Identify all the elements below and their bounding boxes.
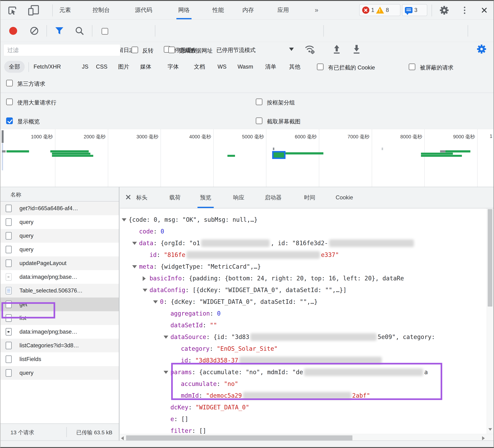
device-toolbar-icon[interactable] <box>28 5 39 16</box>
close-detail-icon[interactable] <box>125 194 132 200</box>
gridline <box>161 129 161 187</box>
gridline <box>213 129 214 187</box>
inspect-element-icon[interactable] <box>7 6 17 15</box>
blocked-requests-checkbox[interactable] <box>409 63 415 70</box>
option-checkbox-1[interactable] <box>256 99 262 105</box>
export-har-icon[interactable] <box>352 44 361 54</box>
panel-tab-5[interactable]: 性能 <box>212 1 224 19</box>
type-chip-[interactable]: 清单 <box>265 61 276 73</box>
request-row-get[interactable]: get <box>0 298 119 311</box>
message-icon <box>405 7 412 13</box>
issues-badge[interactable]: 1 8 <box>359 4 400 16</box>
type-chip-js[interactable]: JS <box>82 61 88 73</box>
timeline-overview[interactable]: 1000 毫秒2000 毫秒3000 毫秒4000 毫秒5000 毫秒6000 … <box>0 129 494 187</box>
request-row-query[interactable]: query <box>0 215 119 229</box>
type-chip-[interactable]: 全部 <box>4 61 25 73</box>
panel-tab-4[interactable]: 网络 <box>178 1 190 19</box>
type-chip-css[interactable]: CSS <box>96 61 108 73</box>
detail-tab-3[interactable]: 预览 <box>200 187 211 208</box>
search-icon[interactable] <box>75 26 84 36</box>
request-row-dataimagepngbase[interactable]: data:image/png;base… <box>0 270 119 284</box>
request-row-updatePageLayout[interactable]: updatePageLayout <box>0 256 119 270</box>
throttling-select[interactable]: 已停用节流模式 <box>216 46 256 54</box>
panel-tab-3[interactable]: 源代码 <box>135 1 152 19</box>
throttling-dropdown-icon[interactable] <box>289 48 294 51</box>
option-checkbox-0[interactable] <box>6 99 13 105</box>
scroll-left-icon[interactable] <box>121 436 124 440</box>
expand-arrow-down-icon[interactable] <box>164 336 168 339</box>
panel-tab-7[interactable]: 应用 <box>277 1 289 19</box>
scroll-down-icon[interactable] <box>488 428 492 431</box>
clear-icon[interactable] <box>30 27 38 35</box>
type-chip-[interactable]: 字体 <box>168 61 179 73</box>
option-checkbox-3[interactable] <box>256 117 262 124</box>
expand-arrow-right-icon[interactable] <box>143 276 146 281</box>
third-party-checkbox[interactable] <box>6 80 13 87</box>
detail-tab-6[interactable]: 时间 <box>304 187 315 208</box>
overview-request-bar <box>421 153 453 155</box>
request-row-getid665a6486af4[interactable]: get?id=665a6486-af4… <box>0 201 119 215</box>
request-row-Table_selected506376[interactable]: Table_selected.506376… <box>0 284 119 298</box>
redacted-blur <box>304 368 423 376</box>
detail-tab-4[interactable]: 响应 <box>233 187 244 208</box>
panel-tab-6[interactable]: 内存 <box>242 1 254 19</box>
preserve-log-checkbox[interactable] <box>101 28 108 35</box>
detail-tab-5[interactable]: 启动器 <box>265 187 282 208</box>
name-column-header[interactable]: 名称 <box>0 187 119 201</box>
name-column-label: 名称 <box>11 191 21 199</box>
network-conditions-icon[interactable] <box>304 44 315 54</box>
expand-arrow-down-icon[interactable] <box>122 218 126 221</box>
scroll-right-icon[interactable] <box>482 436 485 440</box>
horizontal-scrollbar-thumb[interactable] <box>126 435 352 441</box>
panel-tab-1[interactable]: 元素 <box>59 1 71 19</box>
hide-data-urls-label: 隐藏数据网址 <box>179 47 213 54</box>
filter-funnel-icon[interactable] <box>55 26 64 36</box>
expand-arrow-down-icon[interactable] <box>153 300 158 303</box>
record-icon[interactable] <box>9 27 17 35</box>
detail-tab-7[interactable]: Cookie <box>336 187 353 208</box>
type-chip-[interactable]: 媒体 <box>140 61 151 73</box>
type-chip-[interactable]: 其他 <box>289 61 300 73</box>
gridline <box>477 129 478 187</box>
expand-arrow-down-icon[interactable] <box>132 265 137 268</box>
request-row-dataimagepngbase[interactable]: data:image/png;base… <box>0 325 119 339</box>
expand-arrow-down-icon[interactable] <box>143 289 147 292</box>
expand-arrow-down-icon[interactable] <box>164 371 168 374</box>
close-devtools-icon[interactable] <box>481 7 488 14</box>
network-toolbar: 保留日志 停用缓存 已停用节流模式 <box>0 20 494 42</box>
kebab-menu-icon[interactable] <box>464 10 465 11</box>
panel-tab-2[interactable]: 控制台 <box>93 1 110 19</box>
settings-gear-icon[interactable] <box>439 5 449 15</box>
option-checkbox-2[interactable] <box>6 117 13 124</box>
import-har-icon[interactable] <box>332 44 341 54</box>
network-settings-gear-icon[interactable] <box>476 44 487 54</box>
hide-data-urls-checkbox[interactable] <box>168 47 175 53</box>
filter-input[interactable] <box>4 44 120 56</box>
warning-count: 8 <box>386 7 389 13</box>
type-chip-[interactable]: 文档 <box>194 61 205 73</box>
request-row-list[interactable]: list <box>0 311 119 325</box>
type-chip-[interactable]: 图片 <box>118 61 129 73</box>
vertical-scrollbar-thumb[interactable] <box>488 209 492 307</box>
vertical-scrollbar[interactable] <box>487 208 494 434</box>
more-tabs-icon[interactable]: » <box>315 1 318 19</box>
blocked-cookies-checkbox[interactable] <box>317 63 323 70</box>
gridline <box>319 129 319 187</box>
expand-arrow-down-icon[interactable] <box>132 242 137 245</box>
request-row-query[interactable]: query <box>0 243 119 256</box>
request-row-query[interactable]: query <box>0 229 119 243</box>
type-chip-fetchxhr[interactable]: Fetch/XHR <box>34 61 61 73</box>
request-row-listFields[interactable]: listFields <box>0 352 119 366</box>
document-file-icon <box>6 246 12 253</box>
type-chip-ws[interactable]: WS <box>218 61 226 73</box>
request-row-query[interactable]: query <box>0 366 119 380</box>
messages-badge[interactable]: 3 <box>402 4 427 16</box>
timeline-tick-label: 2000 毫秒 <box>61 134 106 140</box>
invert-checkbox[interactable] <box>132 47 138 53</box>
type-chip-wasm[interactable]: Wasm <box>237 61 253 73</box>
overview-request-bar <box>227 155 235 157</box>
document-file-icon <box>6 232 12 240</box>
detail-tab-2[interactable]: 载荷 <box>169 187 181 208</box>
detail-tab-1[interactable]: 标头 <box>136 187 147 208</box>
request-row-listCategoriesid3d8[interactable]: listCategories?id=3d8… <box>0 339 119 352</box>
